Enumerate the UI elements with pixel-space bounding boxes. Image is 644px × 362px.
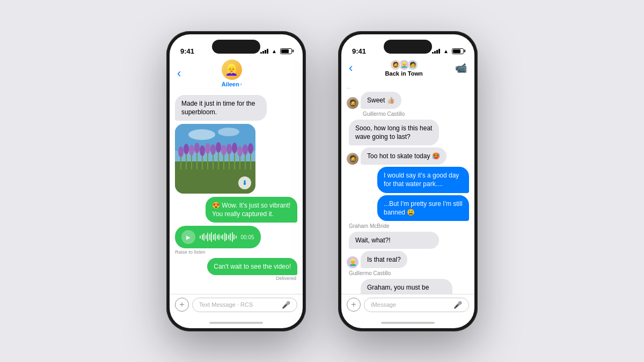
message-text: Is that real? xyxy=(367,256,401,263)
back-button-2[interactable]: ‹ xyxy=(349,61,353,75)
contact-info-1[interactable]: 👱‍♀️ Aileen › xyxy=(222,60,242,87)
signal-bar xyxy=(265,50,266,54)
waveform xyxy=(200,232,237,242)
svg-point-20 xyxy=(194,143,200,153)
bubble-water-park[interactable]: I would say it's a good day for that wat… xyxy=(377,167,469,193)
message-text: Graham, you must be kidding. How have yo… xyxy=(367,284,433,293)
message-input-1[interactable]: Text Message · RCS 🎤 xyxy=(192,298,297,312)
heat-wave-msg: Sooo, how long is this heat wave going t… xyxy=(349,120,469,145)
wave-bar xyxy=(224,233,225,241)
message-text: Too hot to skate today 🥵 xyxy=(367,152,440,160)
group-info[interactable]: 🧔 👱‍♂️ 🧑 Back in Town xyxy=(385,60,423,77)
svg-point-18 xyxy=(184,144,189,154)
message-text: Sooo, how long is this heat wave going t… xyxy=(355,124,432,141)
nav-bar-1: ‹ 👱‍♀️ Aileen › xyxy=(170,57,303,91)
is-real-message: 👱‍♂️ Is that real? xyxy=(347,251,469,268)
signal-bar xyxy=(436,50,438,54)
wave-bar xyxy=(222,234,223,240)
svg-point-30 xyxy=(248,143,253,154)
bubble-cant-wait[interactable]: Can't wait to see the video! xyxy=(207,258,297,275)
photo-group: ⬇ xyxy=(175,124,297,194)
play-button[interactable]: ▶ xyxy=(181,230,195,244)
message-text: 😍 Wow. It's just so vibrant! You really … xyxy=(212,202,290,218)
wave-bar xyxy=(209,234,210,240)
too-hot-message: 🧔 Too hot to skate today 🥵 xyxy=(347,147,469,165)
bubble-banned[interactable]: ...But I'm pretty sure I'm still banned … xyxy=(377,195,469,221)
banned-group: ...But I'm pretty sure I'm still banned … xyxy=(347,195,469,221)
svg-point-27 xyxy=(232,143,237,153)
wave-bar xyxy=(230,233,231,241)
wave-bar xyxy=(218,234,219,240)
add-button-1[interactable]: + xyxy=(175,298,189,312)
photo-bubble[interactable]: ⬇ xyxy=(175,124,255,194)
bubble-too-hot[interactable]: Too hot to skate today 🥵 xyxy=(361,147,447,165)
message-group: Made it just in time for the superbloom. xyxy=(175,95,297,121)
home-indicator-2 xyxy=(341,317,474,328)
wave-bar xyxy=(213,234,214,240)
message-group: ... xyxy=(347,84,469,90)
group-avatars: 🧔 👱‍♂️ 🧑 xyxy=(390,60,418,70)
bubble-is-real[interactable]: Is that real? xyxy=(361,251,407,268)
message-text: Made it just in time for the superbloom. xyxy=(181,100,255,116)
signal-bar xyxy=(432,52,434,54)
message-text: I would say it's a good day for that wat… xyxy=(384,172,459,188)
sender-guillermo-2: Guillermo Castillo xyxy=(349,270,469,276)
home-bar-2 xyxy=(381,322,435,324)
bubble-heat-wave[interactable]: Sooo, how long is this heat wave going t… xyxy=(349,120,439,145)
svg-point-19 xyxy=(189,145,194,156)
wave-bar xyxy=(232,232,233,242)
contact-chevron-1: › xyxy=(240,82,242,87)
input-bar-1: + Text Message · RCS 🎤 xyxy=(170,294,303,317)
message-text: Sweet 👍🏼 xyxy=(367,97,395,104)
bubble-sent-green[interactable]: 😍 Wow. It's just so vibrant! You really … xyxy=(206,197,297,223)
phone-1-screen: 9:41 ▲ ‹ 👱‍♀️ Aileen xyxy=(170,34,303,328)
wave-bar xyxy=(215,233,216,241)
mic-icon-2[interactable]: 🎤 xyxy=(453,301,462,309)
back-button-1[interactable]: ‹ xyxy=(177,67,181,80)
guillermo-avatar-2: 🧔 xyxy=(347,153,358,165)
message-text: Wait, what?! xyxy=(355,237,391,244)
video-call-icon[interactable]: 📹 xyxy=(455,62,467,74)
bubble-kidding[interactable]: Graham, you must be kidding. How have yo… xyxy=(361,279,452,293)
bubble-received[interactable]: Made it just in time for the superbloom. xyxy=(175,95,267,121)
graham-avatar: 👱‍♂️ xyxy=(347,256,358,268)
battery-icon xyxy=(280,48,292,54)
voice-message-group: ▶ xyxy=(175,226,297,255)
signal-bars-2 xyxy=(432,49,440,54)
bubble-sweet[interactable]: Sweet 👍🏼 xyxy=(361,92,401,109)
mic-icon-1[interactable]: 🎤 xyxy=(282,301,290,309)
wave-bar xyxy=(207,233,208,241)
signal-bar xyxy=(438,49,440,54)
signal-bar xyxy=(260,52,262,54)
battery-fill xyxy=(281,49,289,53)
contact-avatar-1: 👱‍♀️ xyxy=(222,60,242,80)
status-time-1: 9:41 xyxy=(180,47,194,55)
messages-area-2: ... 🧔 Sweet 👍🏼 Guillermo Castillo Sooo, … xyxy=(341,80,474,294)
svg-point-28 xyxy=(237,146,243,157)
voice-bubble[interactable]: ▶ xyxy=(175,226,261,248)
wave-bar xyxy=(228,235,229,239)
signal-bar xyxy=(262,51,264,54)
signal-bar xyxy=(434,51,436,54)
wave-bar xyxy=(206,235,207,239)
wave-bar xyxy=(236,235,237,239)
svg-point-17 xyxy=(178,146,184,157)
phone-2: 9:41 ▲ ‹ 🧔 👱‍♂️ � xyxy=(338,31,478,331)
kidding-message: 🧔 Graham, you must be kidding. How have … xyxy=(347,279,469,293)
svg-point-26 xyxy=(226,144,232,154)
group-name: Back in Town xyxy=(385,70,423,77)
guillermo-avatar-1: 🧔 xyxy=(347,97,358,109)
input-placeholder-2: iMessage xyxy=(371,301,396,308)
add-button-2[interactable]: + xyxy=(347,298,361,312)
status-icons-1: ▲ xyxy=(260,48,292,54)
status-time-2: 9:41 xyxy=(352,47,366,55)
messages-area-1: Made it just in time for the superbloom. xyxy=(170,91,303,294)
message-input-2[interactable]: iMessage 🎤 xyxy=(364,298,469,312)
phone-1: 9:41 ▲ ‹ 👱‍♀️ Aileen xyxy=(166,31,306,331)
input-bar-2: + iMessage 🎤 xyxy=(341,294,474,317)
svg-point-25 xyxy=(221,145,226,156)
home-bar-1 xyxy=(209,322,263,324)
overflow-indicator: ... xyxy=(347,84,351,90)
photo-download-icon[interactable]: ⬇ xyxy=(238,176,251,189)
bubble-wait-what[interactable]: Wait, what?! xyxy=(349,232,439,249)
